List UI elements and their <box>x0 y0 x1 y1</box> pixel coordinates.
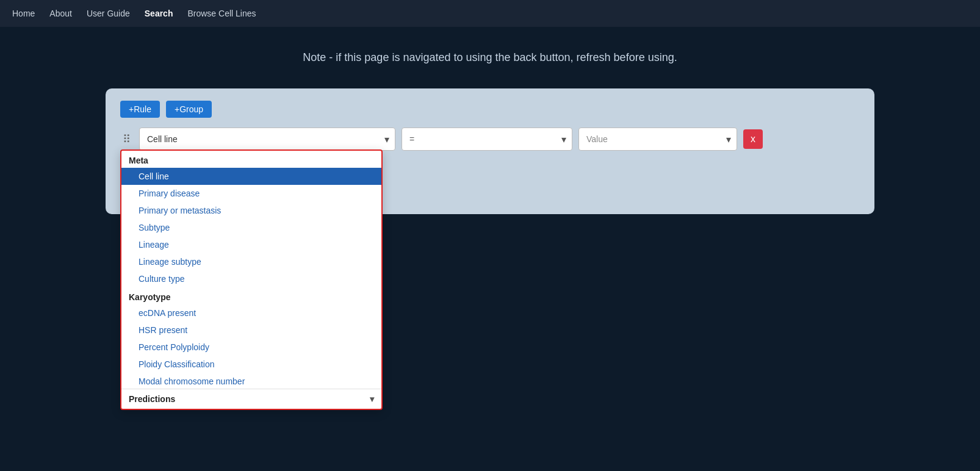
dropdown-item-lineage-subtype[interactable]: Lineage subtype <box>121 253 381 270</box>
field-select[interactable]: Cell line <box>139 128 395 151</box>
value-select[interactable]: Value <box>578 128 737 151</box>
dropdown-group-karyotype: Karyotype <box>121 287 381 304</box>
dropdown-item-primary-disease[interactable]: Primary disease <box>121 185 381 202</box>
dropdown-footer-chevron-icon: ▾ <box>370 394 374 404</box>
operator-select-wrapper: = ▾ <box>402 128 572 151</box>
main-nav: Home About User Guide Search Browse Cell… <box>0 0 980 27</box>
nav-browse-cell-lines[interactable]: Browse Cell Lines <box>187 9 256 18</box>
dropdown-item-ploidy-classification[interactable]: Ploidy Classification <box>121 356 381 373</box>
value-select-wrapper: Value ▾ <box>578 128 737 151</box>
dropdown-item-hsr-present[interactable]: HSR present <box>121 322 381 339</box>
toolbar: +Rule +Group <box>120 101 860 118</box>
dropdown-item-subtype[interactable]: Subtype <box>121 219 381 236</box>
search-panel: +Rule +Group ⠿ Cell line ▾ = ▾ Value <box>106 88 874 214</box>
operator-select[interactable]: = <box>402 128 572 151</box>
nav-search[interactable]: Search <box>145 9 173 18</box>
add-rule-button[interactable]: +Rule <box>120 101 160 118</box>
dropdown-footer[interactable]: Predictions ▾ <box>121 389 381 409</box>
dropdown-item-percent-polyploidy[interactable]: Percent Polyploidy <box>121 339 381 356</box>
dropdown-item-culture-type[interactable]: Culture type <box>121 270 381 287</box>
remove-rule-button[interactable]: x <box>743 129 763 149</box>
page-content: Note - if this page is navigated to usin… <box>0 27 980 214</box>
dropdown-footer-label: Predictions <box>129 394 175 404</box>
drag-handle-icon[interactable]: ⠿ <box>120 132 133 146</box>
dropdown-scroll-area[interactable]: Meta Cell line Primary disease Primary o… <box>121 151 381 389</box>
add-group-button[interactable]: +Group <box>166 101 212 118</box>
field-dropdown: Meta Cell line Primary disease Primary o… <box>120 149 383 410</box>
dropdown-item-lineage[interactable]: Lineage <box>121 236 381 253</box>
note-banner: Note - if this page is navigated to usin… <box>303 51 677 64</box>
nav-about[interactable]: About <box>49 9 72 18</box>
dropdown-item-cell-line[interactable]: Cell line <box>121 168 381 185</box>
dropdown-item-primary-or-metastasis[interactable]: Primary or metastasis <box>121 202 381 219</box>
rule-row: ⠿ Cell line ▾ = ▾ Value ▾ x <box>120 128 860 151</box>
nav-user-guide[interactable]: User Guide <box>87 9 130 18</box>
dropdown-item-ecdna-present[interactable]: ecDNA present <box>121 304 381 322</box>
field-select-wrapper: Cell line ▾ <box>139 128 395 151</box>
dropdown-group-meta: Meta <box>121 151 381 168</box>
nav-home[interactable]: Home <box>12 9 35 18</box>
dropdown-item-modal-chromosome-number[interactable]: Modal chromosome number <box>121 373 381 389</box>
